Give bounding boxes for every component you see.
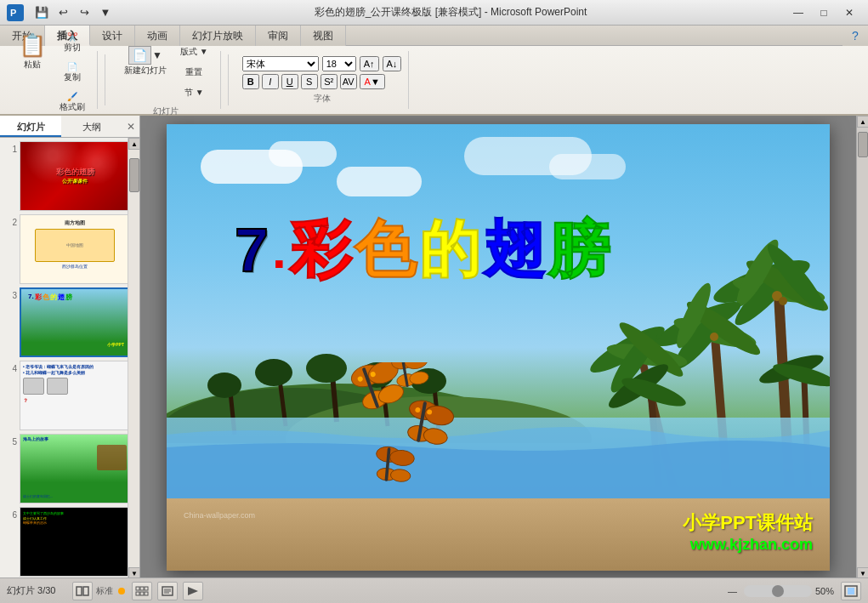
slide-number-4: 4: [3, 364, 17, 373]
normal-view-button[interactable]: [72, 582, 93, 600]
svg-rect-66: [77, 587, 82, 595]
italic-button[interactable]: I: [262, 74, 279, 89]
slide-item-5[interactable]: 5 海岛上的故事 战士们的童年回忆... 叼: [3, 434, 124, 503]
close-button[interactable]: ✕: [837, 4, 861, 21]
slide-thumb-6[interactable]: 文中主要写了西沙岛的故事 战士们认真工作 蝴蝶带来的启示: [20, 507, 128, 577]
slide-3-content: 7.彩色的翅膀 小学PPT: [21, 289, 128, 356]
cloud-2: [269, 141, 337, 167]
title-dot: .: [272, 221, 290, 280]
slide-1-content: 彩色的翅膀 公开课课件: [20, 142, 128, 210]
view-label-normal: 标准: [96, 585, 113, 597]
slide-sorter-button[interactable]: [132, 582, 152, 600]
bold-button[interactable]: B: [242, 74, 259, 89]
tab-review[interactable]: 审阅: [256, 26, 301, 46]
slide-4-content: • 老爷爷说：蝴蝶飞来飞去是有原因的 • 花儿和蝴蝶一起飞舞是多么美丽 ？: [20, 361, 128, 429]
help-button[interactable]: ?: [842, 26, 868, 46]
view-controls: 标准: [72, 582, 203, 600]
butterflies-svg: [337, 362, 507, 498]
slide-number-5: 5: [3, 437, 17, 447]
quick-access-toolbar: 💾 ↩ ↪ ▼: [32, 5, 115, 20]
char-spacing-button[interactable]: AV: [340, 74, 357, 89]
fit-window-button[interactable]: [841, 582, 861, 600]
slide-thumb-3[interactable]: 7.彩色的翅膀 小学PPT: [20, 287, 128, 357]
view-indicator: [118, 588, 125, 594]
status-left: 幻灯片 3/30 标准: [7, 582, 721, 600]
cloud-3: [337, 167, 422, 196]
pres-scrollbar[interactable]: ▲ ▼: [856, 116, 868, 579]
redo-button[interactable]: ↪: [75, 5, 94, 20]
slide-number-1: 1: [3, 145, 17, 154]
cut-button[interactable]: ✂️ 剪切: [54, 29, 90, 57]
slide-thumb-5[interactable]: 海岛上的故事 战士们的童年回忆...: [20, 434, 128, 503]
panel-close-button[interactable]: ✕: [122, 116, 139, 137]
font-color-button[interactable]: A▼: [360, 74, 385, 89]
paste-button[interactable]: 📋 粘贴: [14, 29, 51, 74]
slides-list[interactable]: 1 彩色的翅膀 公开课课件: [0, 138, 128, 579]
presentation-area: 7 . 彩 色 的 翅 膀 China-wallpaper.com 小学PPT课…: [140, 116, 856, 579]
window-controls: — □ ✕: [786, 4, 861, 21]
slide-thumb-2[interactable]: 南方地图 中国地图 西沙群岛位置: [20, 214, 128, 284]
svg-rect-68: [136, 587, 139, 590]
layout-button[interactable]: 版式 ▼: [175, 43, 213, 61]
shadow-button[interactable]: S²: [321, 74, 338, 89]
new-slide-button[interactable]: 📄 ▼ 新建幻灯片: [119, 43, 172, 102]
tab-slides[interactable]: 幻灯片: [0, 116, 61, 137]
zoom-thumb[interactable]: [772, 585, 784, 597]
slide-list-area: 1 彩色的翅膀 公开课课件: [0, 138, 139, 579]
slide-thumb-1[interactable]: 彩色的翅膀 公开课课件: [20, 141, 128, 211]
ribbon: 开始 插入 设计 动画 幻灯片放映 审阅 视图 ? 📋 粘贴 ✂️ 剪切 📄 复…: [0, 26, 868, 116]
slide-5-content: 海岛上的故事 战士们的童年回忆...: [20, 435, 128, 503]
slide-item-1[interactable]: 1 彩色的翅膀 公开课课件: [3, 141, 124, 211]
slide-item-2[interactable]: 2 南方地图 中国地图 西沙群岛位置 叼: [3, 214, 124, 284]
title-char-3: 的: [419, 209, 484, 291]
scroll-thumb[interactable]: [129, 158, 139, 192]
pres-scroll-up[interactable]: ▲: [857, 116, 868, 128]
window-title: 彩色的翅膀_公开课终极版 [兼容模式] - Microsoft PowerPoi…: [115, 5, 786, 20]
slide-item-6[interactable]: 6 文中主要写了西沙岛的故事 战士们认真工作 蝴蝶带来的启示: [3, 507, 124, 577]
undo-button[interactable]: ↩: [54, 5, 72, 20]
svg-point-58: [404, 362, 429, 371]
svg-point-64: [390, 469, 411, 482]
font-family-select[interactable]: 宋体: [242, 56, 319, 71]
svg-rect-67: [83, 587, 88, 595]
strikethrough-button[interactable]: S: [301, 74, 318, 89]
reading-view-button[interactable]: [157, 582, 178, 600]
watermark-line1: 小学PPT课件站: [683, 510, 813, 536]
slide-number-2: 2: [3, 218, 17, 227]
slide-main-title: 7 . 彩 色 的 翅 膀: [235, 209, 745, 291]
scroll-up-button[interactable]: ▲: [128, 138, 139, 150]
font-group: 宋体 18 A↑ A↓ B I U S S² AV A▼ 字体: [235, 51, 410, 109]
svg-point-33: [207, 373, 241, 398]
save-button[interactable]: 💾: [32, 5, 51, 20]
slide-item-3[interactable]: 3 7.彩色的翅膀 小学PPT 叼: [3, 287, 124, 357]
slideshow-button[interactable]: [183, 582, 203, 600]
slide-number-3: 3: [3, 291, 17, 300]
clipboard-group: 📋 粘贴 ✂️ 剪切 📄 复制 🖌️ 格式刷 剪贴板: [7, 51, 98, 109]
svg-rect-73: [145, 592, 148, 595]
copy-button[interactable]: 📄 复制: [54, 59, 90, 87]
svg-rect-70: [145, 587, 148, 590]
slide-panel-scrollbar[interactable]: ▲ ▼: [128, 138, 139, 579]
slide-item-4[interactable]: 4 • 老爷爷说：蝴蝶飞来飞去是有原因的 • 花儿和蝴蝶一起飞舞是多么美丽: [3, 361, 124, 430]
status-right: — 50%: [728, 582, 861, 600]
underline-button[interactable]: U: [281, 74, 298, 89]
pres-scroll-thumb[interactable]: [858, 132, 868, 157]
section-button[interactable]: 节 ▼: [175, 83, 213, 102]
tab-outline[interactable]: 大纲: [61, 116, 122, 137]
format-painter-button[interactable]: 🖌️ 格式刷: [54, 88, 90, 117]
maximize-button[interactable]: □: [812, 4, 836, 21]
main-slide[interactable]: 7 . 彩 色 的 翅 膀 China-wallpaper.com 小学PPT课…: [167, 124, 830, 571]
increase-font-button[interactable]: A↑: [360, 56, 379, 71]
decrease-font-button[interactable]: A↓: [383, 56, 402, 71]
zoom-slider[interactable]: [744, 585, 812, 597]
font-size-select[interactable]: 18: [322, 56, 356, 71]
tab-view[interactable]: 视图: [301, 26, 346, 46]
slide-panel-tabs: 幻灯片 大纲 ✕: [0, 116, 139, 138]
reset-button[interactable]: 重置: [175, 63, 213, 82]
app-icon: P: [7, 4, 24, 21]
slide-thumb-4[interactable]: • 老爷爷说：蝴蝶飞来飞去是有原因的 • 花儿和蝴蝶一起飞舞是多么美丽 ？: [20, 361, 128, 430]
minimize-button[interactable]: —: [786, 4, 810, 21]
svg-point-28: [710, 333, 718, 341]
title-char-1: 彩: [290, 209, 355, 291]
quick-access-dropdown[interactable]: ▼: [96, 5, 115, 20]
